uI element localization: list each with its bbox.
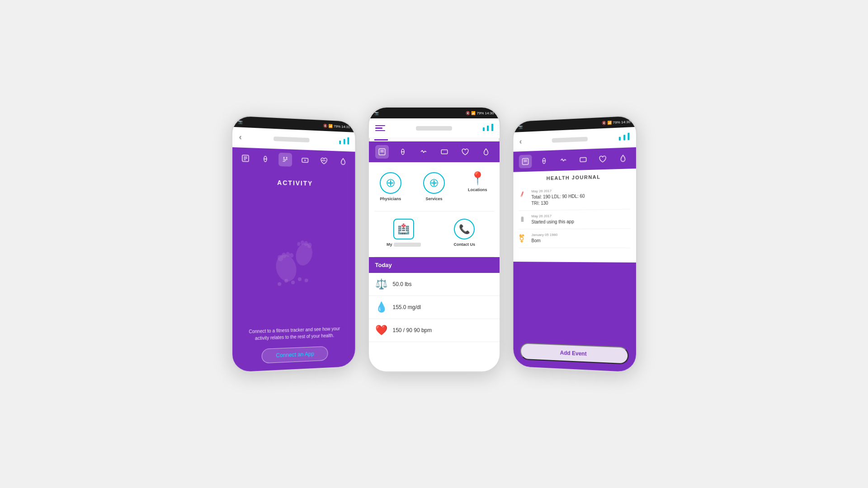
health-row-bp: ❤️ 150 / 90 90 bpm	[369, 319, 500, 342]
phone-right-wrapper: 📷 🔇 📶 79% 14:30 ‹	[510, 117, 637, 371]
services-icon	[423, 172, 445, 194]
status-bar-center: 📷 🔇 📶 79% 14:30	[369, 108, 500, 118]
weight-value: 50.0 lbs	[393, 281, 412, 287]
mute-icon: 🔇	[323, 123, 327, 127]
svg-point-20	[297, 242, 301, 246]
entry-3-desc: Born	[531, 238, 630, 244]
battery-left: 79%	[333, 124, 340, 129]
nav-r-droplet[interactable]	[616, 151, 630, 166]
svg-point-24	[297, 277, 301, 281]
activity-screen: ACTIVITY	[232, 169, 355, 372]
purple-bg-filler	[513, 262, 636, 340]
time-left: 14:31	[341, 124, 350, 129]
mute-icon-c: 🔇	[466, 111, 470, 115]
entry-2-date: May 26 2017	[531, 213, 630, 218]
battery-center: 79%	[476, 111, 484, 115]
locations-label: Locations	[468, 188, 487, 192]
header-logo-left	[273, 136, 309, 142]
svg-point-41	[520, 195, 522, 197]
journal-entry-3: ⚧ January 05 1980 Born	[518, 229, 630, 248]
svg-point-25	[304, 279, 308, 282]
nav-c-journal[interactable]	[375, 145, 389, 159]
nav-c-heart[interactable]	[458, 145, 472, 159]
hamburger-menu[interactable]	[375, 125, 385, 131]
nav-c-droplet[interactable]	[479, 145, 493, 159]
service-locations[interactable]: 📍 Locations	[456, 167, 499, 206]
contact-icon: 📞	[454, 219, 475, 239]
time-center: 14:30	[485, 111, 494, 115]
phone-center-header	[369, 118, 500, 138]
signal-icon-c: 📶	[471, 111, 476, 115]
weight-icon: ⚖️	[375, 278, 387, 290]
journal-entry-1: May 26 2017 Total: 190 LDL: 90 HDL: 60 T…	[518, 183, 630, 211]
nav-c-scale[interactable]	[438, 145, 451, 159]
service-my[interactable]: 🏥 My	[373, 213, 434, 252]
bottom-services: 🏥 My 📞 Contact Us	[369, 211, 500, 257]
physicians-icon	[380, 172, 401, 194]
nav-r-heart[interactable]	[596, 152, 609, 166]
svg-rect-31	[441, 150, 448, 154]
hamburger-line-3	[375, 130, 385, 131]
health-row-weight: ⚖️ 50.0 lbs	[369, 273, 500, 296]
glucose-icon: 💧	[375, 301, 387, 313]
nav-r-scale[interactable]	[576, 153, 590, 167]
add-event-area: Add Event	[513, 335, 636, 372]
hamburger-line-1	[375, 125, 385, 127]
svg-point-7	[286, 157, 287, 158]
phone-left-wrapper: 📷 🔇 📶 79% 14:31 ‹	[232, 117, 359, 371]
entry-3-date: January 05 1980	[531, 232, 630, 237]
add-event-button[interactable]: Add Event	[520, 343, 628, 364]
chart-icon-left	[339, 137, 349, 146]
services-grid: Physicians Services 📍 Locations	[369, 162, 500, 211]
battery-right: 79%	[613, 120, 620, 125]
back-arrow-left[interactable]: ‹	[239, 132, 241, 142]
today-section: Today ⚖️ 50.0 lbs 💧 155.0 mg/dl ❤️ 150 /…	[369, 257, 500, 373]
phone-left: 📷 🔇 📶 79% 14:31 ‹	[231, 114, 356, 374]
entry-3-text: January 05 1980 Born	[531, 232, 630, 244]
signal-icon-r: 📶	[607, 120, 612, 125]
connect-app-button[interactable]: Connect an App	[262, 346, 328, 363]
service-physicians[interactable]: Physicians	[369, 167, 412, 206]
footsteps-svg	[261, 232, 328, 291]
svg-point-21	[278, 282, 281, 286]
chart-icon-right	[618, 132, 629, 142]
bp-value: 150 / 90 90 bpm	[393, 327, 432, 333]
nav-journal[interactable]	[238, 151, 252, 166]
service-contact[interactable]: 📞 Contact Us	[434, 213, 495, 252]
back-arrow-right[interactable]: ‹	[519, 137, 522, 146]
locations-icon: 📍	[470, 172, 486, 185]
nav-r-medication[interactable]	[538, 154, 551, 168]
entry-2-text: May 26 2017 Started using this app	[531, 213, 630, 225]
activity-title: ACTIVITY	[277, 179, 313, 187]
phones-container: 📷 🔇 📶 79% 14:31 ‹	[232, 111, 637, 377]
nav-activity[interactable]	[278, 153, 292, 167]
health-row-glucose: 💧 155.0 mg/dl	[369, 296, 500, 319]
svg-point-23	[291, 281, 295, 284]
nav-c-activity[interactable]	[417, 145, 430, 159]
phone-center: 📷 🔇 📶 79% 14:30	[368, 106, 501, 373]
screen-icon: 📷	[238, 120, 242, 124]
hamburger-line-2	[375, 127, 382, 129]
glucose-value: 155.0 mg/dl	[393, 304, 421, 310]
nav-c-medication[interactable]	[396, 145, 410, 159]
screen-icon-r: 📷	[518, 125, 523, 129]
nav-droplet[interactable]	[336, 155, 349, 168]
service-services[interactable]: Services	[412, 167, 456, 206]
tube-icon	[518, 190, 527, 199]
journal-entries: May 26 2017 Total: 190 LDL: 90 HDL: 60 T…	[513, 182, 636, 263]
activity-icon-area	[261, 195, 328, 328]
entry-1-text: May 26 2017 Total: 190 LDL: 90 HDL: 60 T…	[531, 187, 630, 206]
physicians-label: Physicians	[380, 197, 401, 201]
nav-medication[interactable]	[259, 152, 272, 166]
nav-heart[interactable]	[317, 154, 330, 168]
nav-r-journal[interactable]	[519, 155, 532, 168]
svg-point-6	[283, 157, 284, 158]
phone-right: 📷 🔇 📶 79% 14:30 ‹	[512, 114, 637, 374]
gender-icon: ⚧	[518, 234, 527, 243]
nav-right	[513, 147, 636, 172]
nav-scale[interactable]	[298, 153, 311, 167]
mute-icon-r: 🔇	[602, 121, 606, 125]
nav-r-activity[interactable]	[557, 153, 570, 167]
svg-rect-39	[580, 158, 585, 162]
app-name-blur-r	[552, 136, 587, 142]
